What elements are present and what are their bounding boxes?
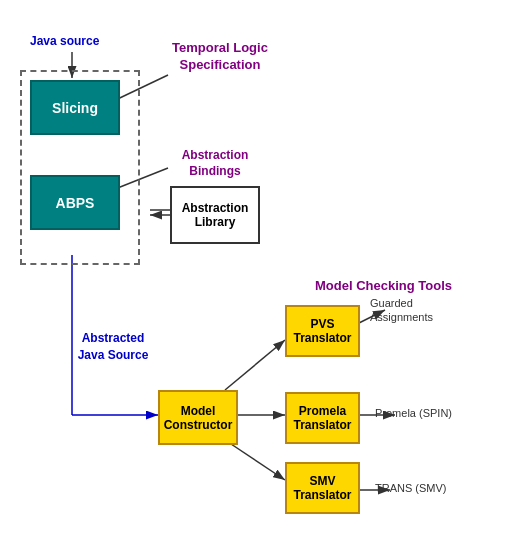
promela-translator-box: Promela Translator <box>285 392 360 444</box>
smv-translator-box: SMV Translator <box>285 462 360 514</box>
abstraction-bindings-label: Abstraction Bindings <box>160 148 270 179</box>
temporal-logic-label: Temporal Logic Specification <box>155 40 285 74</box>
svg-line-11 <box>225 440 285 480</box>
abps-box: ABPS <box>30 175 120 230</box>
model-constructor-box: Model Constructor <box>158 390 238 445</box>
svg-line-9 <box>225 340 285 390</box>
pvs-translator-box: PVS Translator <box>285 305 360 357</box>
slicing-box: Slicing <box>30 80 120 135</box>
trans-smv-label: TRANS (SMV) <box>375 482 447 494</box>
guarded-assignments-label: Guarded Assignments <box>370 296 460 325</box>
model-checking-tools-label: Model Checking Tools <box>315 278 452 293</box>
diagram: Java source Slicing ABPS Temporal Logic … <box>0 0 513 537</box>
java-source-label: Java source <box>30 34 99 48</box>
abstracted-java-source-label: Abstracted Java Source <box>68 330 158 364</box>
promela-spin-label: Promela (SPIN) <box>375 407 452 419</box>
abstraction-library-box: Abstraction Library <box>170 186 260 244</box>
